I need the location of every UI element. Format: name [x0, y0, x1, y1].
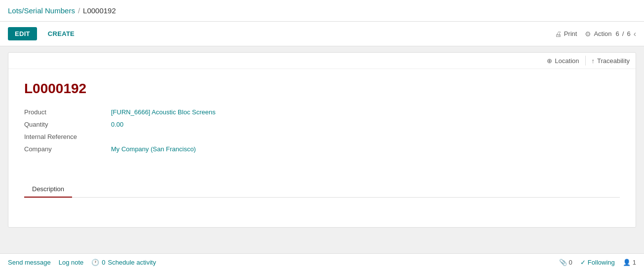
traceability-button[interactable]: ↑ Traceability: [592, 57, 630, 65]
location-button[interactable]: ⊕ Location: [547, 57, 579, 65]
pagination-total: 6: [627, 30, 630, 37]
breadcrumb-parent-link[interactable]: Lots/Serial Numbers: [8, 6, 75, 15]
top-nav: Lots/Serial Numbers / L0000192: [0, 0, 644, 22]
edit-button[interactable]: EDIT: [8, 27, 37, 40]
toolbar-actions: 🖨 Print ⚙ Action: [555, 30, 612, 38]
tabs-container: Description: [8, 181, 636, 227]
company-value[interactable]: My Company (San Francisco): [111, 145, 196, 153]
product-value[interactable]: [FURN_6666] Acoustic Bloc Screens: [111, 108, 216, 116]
gear-icon: ⚙: [585, 30, 591, 38]
form-body: L0000192 Product [FURN_6666] Acoustic Bl…: [8, 69, 636, 169]
breadcrumb-current: L0000192: [83, 6, 116, 15]
tab-description[interactable]: Description: [24, 181, 72, 198]
pagination-current: 6: [616, 30, 619, 37]
print-icon: 🖨: [555, 30, 562, 38]
action-label: Action: [594, 30, 611, 37]
quantity-value[interactable]: 0.00: [111, 121, 123, 128]
quantity-label: Quantity: [24, 121, 103, 128]
lot-number: L0000192: [24, 81, 620, 97]
main-content: ⊕ Location ↑ Traceability L0000192 Produ…: [0, 46, 644, 237]
tabs: Description: [24, 181, 620, 198]
action-button[interactable]: ⚙ Action: [585, 30, 611, 38]
tab-content-description: [24, 198, 620, 227]
product-field-row: Product [FURN_6666] Acoustic Bloc Screen…: [24, 108, 620, 116]
company-field-row: Company My Company (San Francisco): [24, 145, 620, 153]
form-card: ⊕ Location ↑ Traceability L0000192 Produ…: [8, 52, 636, 228]
internal-ref-label: Internal Reference: [24, 133, 103, 140]
product-label: Product: [24, 108, 103, 116]
traceability-label: Traceability: [597, 57, 630, 65]
print-button[interactable]: 🖨 Print: [555, 30, 577, 38]
quantity-field-row: Quantity 0.00: [24, 121, 620, 128]
pagination-separator: /: [622, 30, 624, 37]
pagination: 6 / 6 ‹: [616, 30, 636, 38]
location-cross-icon: ⊕: [547, 57, 552, 65]
create-button[interactable]: CREATE: [41, 27, 81, 40]
company-label: Company: [24, 145, 103, 153]
toolbar: EDIT CREATE 🖨 Print ⚙ Action 6 / 6 ‹: [0, 22, 644, 46]
pagination-prev-icon[interactable]: ‹: [634, 30, 636, 38]
divider: [585, 56, 586, 66]
print-label: Print: [564, 30, 577, 37]
form-header: ⊕ Location ↑ Traceability: [8, 53, 636, 69]
breadcrumb: Lots/Serial Numbers / L0000192: [8, 6, 116, 15]
breadcrumb-separator: /: [78, 6, 80, 15]
traceability-arrow-icon: ↑: [592, 57, 595, 65]
internal-ref-field-row: Internal Reference: [24, 133, 620, 140]
location-label: Location: [555, 57, 579, 65]
